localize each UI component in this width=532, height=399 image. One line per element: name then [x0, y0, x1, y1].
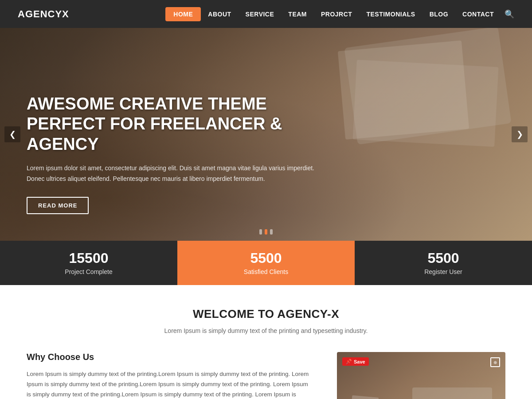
why-laptop-decoration [412, 387, 492, 399]
why-title: Why Choose Us [27, 352, 310, 362]
stat-register-user: 5500 Register User [355, 241, 532, 285]
stat-users-number: 5500 [427, 250, 459, 266]
nav-link-testimonials[interactable]: TESTIMONIALS [359, 0, 422, 28]
carousel-dot-2[interactable] [265, 229, 267, 235]
nav-item-home[interactable]: HOME [165, 7, 201, 21]
carousel-dot-1[interactable] [259, 229, 262, 235]
nav-item-project[interactable]: PROJRCT [314, 0, 359, 28]
stat-project-complete: 15500 Project Complete [0, 241, 177, 285]
stat-project-number: 15500 [69, 250, 109, 266]
nav-item-blog[interactable]: BLOG [422, 0, 455, 28]
stat-clients-label: Satisfied Clients [244, 268, 288, 275]
welcome-subtitle: Lorem Ipsum is simply dummy text of the … [27, 327, 505, 334]
why-image-block: 📌 Save ⊕ [337, 352, 505, 399]
expand-icon[interactable]: ⊕ [490, 357, 500, 367]
why-section: Why Choose Us Lorem Ipsum is simply dumm… [0, 348, 532, 399]
save-badge[interactable]: 📌 Save [342, 357, 369, 366]
hero-section: ❮ ❯ AWESOME CREATIVE THEME PERFECT FOR F… [0, 28, 532, 241]
carousel-prev-button[interactable]: ❮ [4, 126, 20, 142]
search-icon-wrapper[interactable]: 🔍 [501, 9, 514, 19]
hero-content: AWESOME CREATIVE THEME PERFECT FOR FREEL… [0, 94, 346, 241]
carousel-next-button[interactable]: ❯ [512, 126, 528, 142]
hero-body: Lorem ipsum dolor sit amet, consectetur … [27, 163, 319, 184]
search-icon[interactable]: 🔍 [505, 10, 514, 19]
nav-item-testimonials[interactable]: TESTIMONIALS [359, 0, 422, 28]
nav-link-service[interactable]: SERVICE [239, 0, 282, 28]
stat-clients-number: 5500 [250, 250, 282, 266]
nav-link-home[interactable]: HOME [165, 7, 201, 21]
nav-link-blog[interactable]: BLOG [422, 0, 455, 28]
welcome-section: WELCOME TO AGENCY-X Lorem Ipsum is simpl… [0, 285, 532, 348]
pin-icon: 📌 [346, 359, 352, 364]
read-more-button[interactable]: READ MORE [27, 197, 89, 214]
hero-title: AWESOME CREATIVE THEME PERFECT FOR FREEL… [27, 94, 319, 155]
nav-link-about[interactable]: ABOUT [201, 0, 238, 28]
nav-item-team[interactable]: TEAM [281, 0, 314, 28]
stat-users-label: Register User [424, 268, 462, 275]
brand-logo: AGENCYX [18, 8, 69, 20]
navbar: AGENCYX HOME ABOUT SERVICE TEAM PROJRCT … [0, 0, 532, 28]
stat-project-label: Project Complete [65, 268, 112, 275]
carousel-dot-3[interactable] [270, 229, 273, 235]
nav-item-about[interactable]: ABOUT [201, 0, 238, 28]
why-paragraph-1: Lorem Ipsum is simply dummy text of the … [27, 369, 310, 399]
welcome-title: WELCOME TO AGENCY-X [27, 307, 505, 321]
why-text-block: Why Choose Us Lorem Ipsum is simply dumm… [27, 352, 310, 399]
stats-bar: 15500 Project Complete 5500 Satisfied Cl… [0, 241, 532, 285]
nav-link-project[interactable]: PROJRCT [314, 0, 359, 28]
nav-link-team[interactable]: TEAM [281, 0, 314, 28]
nav-item-service[interactable]: SERVICE [239, 0, 282, 28]
carousel-dots [259, 229, 273, 235]
stat-satisfied-clients: 5500 Satisfied Clients [177, 241, 355, 285]
nav-item-contact[interactable]: CONTACT [455, 0, 501, 28]
nav-link-contact[interactable]: CONTACT [455, 0, 501, 28]
nav-menu: HOME ABOUT SERVICE TEAM PROJRCT TESTIMON… [165, 0, 514, 28]
